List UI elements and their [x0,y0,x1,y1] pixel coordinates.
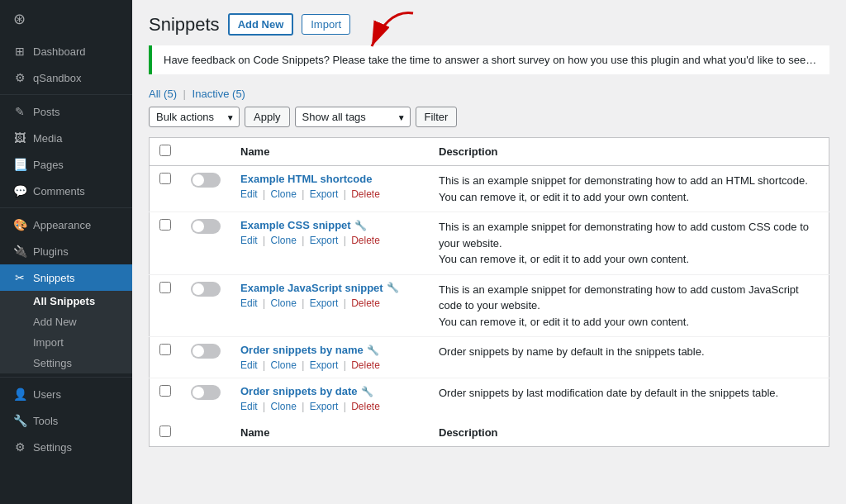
filter-inactive-link[interactable]: Inactive (5) [192,88,245,100]
row-name-cell: Example CSS snippet🔧Edit | Clone | Expor… [231,212,429,275]
sidebar-item-label: Plugins [33,245,69,258]
sidebar-item-settings[interactable]: ⚙ Settings [0,434,132,460]
row-checkbox[interactable] [159,219,171,231]
sidebar-item-label: Users [33,388,61,401]
snippets-icon: ✂ [13,271,26,284]
filter-links: All (5) | Inactive (5) [149,88,829,100]
sidebar-item-dashboard[interactable]: ⊞ Dashboard [0,38,132,64]
snippet-action-export[interactable]: Export [310,359,339,371]
action-separator: | [260,401,269,412]
pages-icon: 📃 [13,158,26,171]
snippet-name-link[interactable]: Example HTML shortcode [240,173,372,185]
snippet-action-delete[interactable]: Delete [351,297,380,309]
action-separator: | [299,359,307,371]
snippet-action-delete[interactable]: Delete [351,188,380,200]
th-name: Name [231,138,429,166]
row-name-cell: Example JavaScript snippet🔧Edit | Clone … [231,274,429,337]
sidebar-item-comments[interactable]: 💬 Comments [0,178,132,204]
submenu-settings[interactable]: Settings [0,353,132,373]
filter-button[interactable]: Filter [416,107,458,127]
import-button[interactable]: Import [302,14,350,35]
row-name-cell: Order snippets by date🔧Edit | Clone | Ex… [231,378,429,420]
appearance-icon: 🎨 [13,218,26,231]
sidebar-item-qsandbox[interactable]: ⚙ qSandbox [0,64,132,91]
tf-name: Name [231,419,429,447]
sidebar-item-pages[interactable]: 📃 Pages [0,151,132,178]
submenu-import[interactable]: Import [0,332,132,353]
row-toggle-cell [181,337,231,378]
row-checkbox[interactable] [159,282,171,293]
tags-select[interactable]: Show all tags [295,107,411,127]
sidebar-item-users[interactable]: 👤 Users [0,381,132,407]
row-description-cell: This is an example snippet for demonstra… [429,166,829,212]
snippet-type-icon: 🔧 [354,220,367,231]
snippet-actions: Edit | Clone | Export | Delete [240,297,419,309]
snippet-action-delete[interactable]: Delete [351,359,380,371]
snippet-name-link[interactable]: Example JavaScript snippet🔧 [240,282,399,294]
row-toggle-cell [181,378,231,420]
media-icon: 🖼 [13,131,26,145]
submenu-all-snippets[interactable]: All Snippets [0,291,132,311]
row-checkbox[interactable] [159,173,171,184]
wp-logo: ⊛ [0,0,132,38]
bulk-actions-wrapper: Bulk actions ▾ [149,107,240,127]
table-row: Example CSS snippet🔧Edit | Clone | Expor… [150,212,829,275]
snippet-action-export[interactable]: Export [310,401,339,412]
row-checkbox-cell [150,337,182,378]
feedback-text: Have feedback on Code Snippets? Please t… [164,54,829,66]
posts-icon: ✎ [13,105,26,118]
snippet-action-export[interactable]: Export [310,235,339,246]
action-separator: | [340,235,349,246]
snippet-action-export[interactable]: Export [310,188,339,200]
sidebar-item-label: Snippets [33,272,75,284]
settings-icon: ⚙ [13,440,26,454]
table-row: Order snippets by name🔧Edit | Clone | Ex… [150,337,829,378]
filter-all-link[interactable]: All (5) [149,88,180,100]
snippet-toggle[interactable] [191,219,221,234]
snippet-toggle[interactable] [191,173,221,188]
sidebar-item-posts[interactable]: ✎ Posts [0,98,132,125]
select-all-checkbox-bottom[interactable] [159,426,171,437]
row-checkbox[interactable] [159,344,171,355]
action-separator: | [299,188,307,200]
snippet-type-icon: 🔧 [387,282,399,293]
snippet-action-edit[interactable]: Edit [240,297,258,309]
sidebar-item-media[interactable]: 🖼 Media [0,125,132,151]
snippet-action-edit[interactable]: Edit [240,359,258,371]
page-header: Snippets Add New Import [149,13,829,36]
snippet-action-export[interactable]: Export [310,297,339,309]
snippet-action-clone[interactable]: Clone [270,235,296,246]
snippet-name-link[interactable]: Order snippets by name🔧 [240,344,379,356]
action-separator: | [299,401,307,412]
sidebar-item-tools[interactable]: 🔧 Tools [0,407,132,434]
sidebar-item-label: Media [33,132,62,145]
snippet-toggle[interactable] [191,282,221,297]
snippet-action-delete[interactable]: Delete [351,401,380,412]
snippet-actions: Edit | Clone | Export | Delete [240,359,419,371]
snippet-toggle[interactable] [191,344,221,359]
snippet-name-link[interactable]: Example CSS snippet🔧 [240,219,367,231]
snippet-action-delete[interactable]: Delete [351,235,380,246]
snippet-name-link[interactable]: Order snippets by date🔧 [240,385,373,397]
snippet-action-clone[interactable]: Clone [270,188,296,200]
snippet-action-edit[interactable]: Edit [240,401,258,412]
snippet-toggle[interactable] [191,385,221,400]
th-checkbox [150,138,182,166]
snippet-action-edit[interactable]: Edit [240,188,258,200]
snippet-action-clone[interactable]: Clone [270,359,296,371]
snippet-action-clone[interactable]: Clone [270,401,296,412]
sidebar-item-snippets[interactable]: ✂ Snippets [0,264,132,291]
apply-button[interactable]: Apply [245,107,290,127]
row-checkbox[interactable] [159,385,171,397]
action-separator: | [260,188,269,200]
bulk-actions-select[interactable]: Bulk actions [149,107,240,127]
select-all-checkbox[interactable] [159,145,171,156]
snippet-type-icon: 🔧 [361,386,373,397]
action-separator: | [260,359,269,371]
add-new-button[interactable]: Add New [228,13,294,36]
snippet-action-clone[interactable]: Clone [270,297,296,309]
submenu-add-new[interactable]: Add New [0,311,132,332]
sidebar-item-appearance[interactable]: 🎨 Appearance [0,212,132,238]
snippet-action-edit[interactable]: Edit [240,235,258,246]
sidebar-item-plugins[interactable]: 🔌 Plugins [0,238,132,264]
